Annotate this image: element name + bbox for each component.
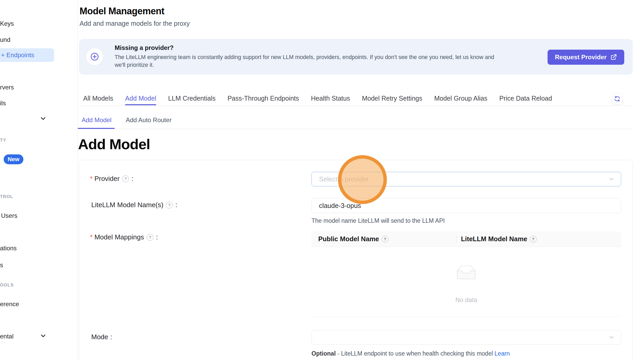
provider-label: * Provider ? : (90, 175, 133, 183)
sidebar-item-teams[interactable]: s (0, 261, 3, 269)
mode-helper-optional: Optional (311, 350, 336, 357)
subtab-active-underline (78, 128, 115, 129)
column-litellm-model-name: LiteLLM Model Name ? (456, 235, 621, 243)
help-icon[interactable]: ? (147, 234, 153, 241)
model-name-input[interactable]: claude-3-opus (311, 198, 621, 213)
tab-add-model[interactable]: Add Model (125, 94, 156, 105)
learn-link[interactable]: Learn (495, 350, 510, 357)
request-provider-button[interactable]: Request Provider (548, 50, 624, 65)
sidebar-item-organizations[interactable]: ations (0, 245, 17, 252)
label-colon: : (110, 333, 112, 341)
tab-llm-credentials[interactable]: LLM Credentials (168, 94, 216, 105)
model-tabs: All Models Add Model LLM Credentials Pas… (83, 94, 552, 105)
refresh-icon (614, 95, 621, 102)
chevron-down-icon (608, 334, 615, 341)
provider-label-text: Provider (94, 175, 120, 183)
model-mappings-label: * Model Mappings ? : (90, 233, 158, 241)
required-mark: * (90, 175, 93, 183)
sidebar: Keys und + Endpoints rvers ils TY New TR… (0, 0, 78, 360)
help-icon[interactable]: ? (122, 175, 129, 182)
mode-select[interactable] (311, 330, 621, 345)
external-link-icon (610, 54, 617, 61)
sidebar-section-header: OOLS (0, 283, 14, 288)
sidebar-item-experimental[interactable]: ental (0, 333, 14, 340)
chevron-down-icon (608, 176, 615, 182)
provider-select[interactable]: Select a provider (311, 172, 621, 186)
banner-body-line1: The LiteLLM engineering team is constant… (115, 54, 494, 61)
empty-inbox-icon (454, 266, 479, 282)
column-label: LiteLLM Model Name (461, 235, 527, 243)
mappings-table-bottom-border (311, 317, 621, 317)
banner-body-line2: we'll prioritize it. (115, 62, 154, 68)
new-badge: New (4, 154, 23, 164)
tab-all-models[interactable]: All Models (83, 94, 113, 105)
label-colon: : (156, 233, 158, 241)
mode-label: Mode : (91, 333, 112, 341)
provider-placeholder: Select a provider (319, 175, 369, 183)
chevron-down-icon[interactable] (40, 115, 47, 122)
sidebar-item-mcp-servers[interactable]: rvers (0, 84, 14, 91)
missing-provider-banner: Missing a provider? The LiteLLM engineer… (79, 39, 633, 75)
model-name-value: claude-3-opus (319, 202, 361, 210)
model-name-helper: The model name LiteLLM will send to the … (311, 217, 445, 224)
banner-title: Missing a provider? (115, 44, 174, 51)
sidebar-item-models-endpoints[interactable]: + Endpoints (0, 48, 54, 62)
form-heading: Add Model (78, 136, 150, 153)
help-icon[interactable]: ? (382, 236, 388, 243)
page-title: Model Management (80, 6, 164, 17)
sidebar-item-keys[interactable]: Keys (0, 20, 14, 27)
subtab-add-model[interactable]: Add Model (82, 116, 112, 124)
subtab-add-auto-router[interactable]: Add Auto Router (126, 116, 172, 124)
litellm-admin-app: Keys und + Endpoints rvers ils TY New TR… (0, 0, 644, 360)
required-mark: * (90, 233, 93, 241)
subtab-bar-divider (78, 129, 633, 129)
mappings-table-header: Public Model Name ? LiteLLM Model Name ? (311, 231, 621, 247)
sidebar-item-internal-users[interactable]: Users (1, 212, 17, 219)
model-name-label: LiteLLM Model Name(s) ? : (91, 201, 177, 209)
help-icon[interactable]: ? (530, 236, 537, 243)
label-colon: : (175, 201, 177, 209)
tab-price-data-reload[interactable]: Price Data Reload (499, 94, 552, 105)
mode-helper-text: - LiteLLM endpoint to use when health ch… (336, 350, 493, 357)
mode-helper: Optional - LiteLLM endpoint to use when … (311, 350, 510, 357)
no-data-text: No data (311, 296, 621, 304)
page-subtitle: Add and manage models for the proxy (80, 20, 190, 27)
sidebar-section-header: TROL (0, 194, 13, 199)
plus-circle-icon (86, 48, 103, 66)
request-provider-label: Request Provider (555, 54, 607, 61)
tab-pass-through-endpoints[interactable]: Pass-Through Endpoints (227, 94, 299, 105)
sidebar-item-label: + Endpoints (1, 51, 34, 59)
sidebar-item-playground[interactable]: und (0, 36, 10, 43)
model-mappings-label-text: Model Mappings (94, 233, 144, 241)
tab-model-retry-settings[interactable]: Model Retry Settings (362, 94, 422, 105)
column-label: Public Model Name (318, 235, 379, 243)
add-model-subtabs: Add Model Add Auto Router (82, 116, 172, 124)
chevron-down-icon[interactable] (40, 332, 47, 339)
column-public-model-name: Public Model Name ? (311, 235, 456, 243)
model-name-label-text: LiteLLM Model Name(s) (91, 201, 163, 209)
tab-model-group-alias[interactable]: Model Group Alias (434, 94, 487, 105)
mode-label-text: Mode (91, 333, 108, 341)
refresh-button[interactable] (612, 93, 623, 104)
sidebar-item-api-reference[interactable]: erence (0, 300, 19, 308)
help-icon[interactable]: ? (166, 202, 173, 208)
tab-bar-divider (80, 106, 633, 106)
label-colon: : (132, 175, 133, 183)
sidebar-item-guardrails[interactable]: ils (0, 100, 6, 107)
sidebar-section-header: TY (0, 138, 6, 143)
column-divider (456, 235, 457, 243)
tab-health-status[interactable]: Health Status (311, 94, 350, 105)
